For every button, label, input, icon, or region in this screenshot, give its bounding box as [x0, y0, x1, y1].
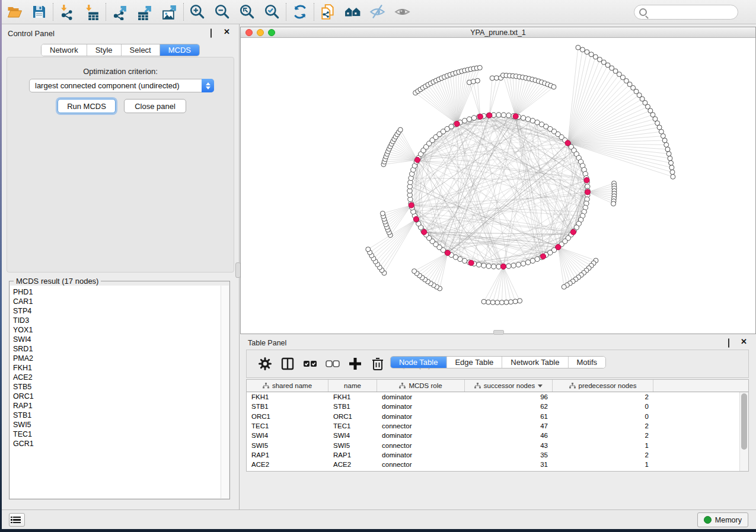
- list-item[interactable]: TEC1: [13, 430, 221, 439]
- zoom-selected-button[interactable]: [260, 1, 285, 23]
- export-table-button[interactable]: [132, 1, 157, 23]
- tab-edge-table[interactable]: Edge Table: [446, 357, 502, 368]
- cell-successor-nodes: 96: [465, 393, 553, 400]
- table-scrollbar[interactable]: [739, 392, 748, 471]
- table-row[interactable]: SWI4SWI4dominator462: [247, 431, 748, 440]
- run-mcds-button[interactable]: Run MCDS: [58, 99, 116, 113]
- zoom-fit-button[interactable]: [235, 1, 260, 23]
- table-row[interactable]: YOX1YOX1connector291: [247, 469, 748, 471]
- export-image-button[interactable]: [157, 1, 182, 23]
- list-item[interactable]: FKH1: [13, 363, 221, 373]
- show-all-button[interactable]: [390, 1, 415, 23]
- network-window-titlebar[interactable]: YPA_prune.txt_1: [241, 27, 755, 38]
- table-row[interactable]: SWI5SWI5connector431: [247, 440, 748, 450]
- horizontal-splitter-handle[interactable]: [493, 330, 504, 335]
- column-header-mcds-role[interactable]: MCDS role: [377, 380, 465, 392]
- cell-name: ACE2: [328, 461, 377, 468]
- list-item[interactable]: STP4: [13, 306, 221, 316]
- close-table-panel-icon[interactable]: ✕: [741, 339, 748, 346]
- close-panel-button[interactable]: Close panel: [124, 99, 186, 113]
- cell-mcds-role: dominator: [377, 393, 465, 400]
- list-item[interactable]: SRD1: [13, 344, 221, 354]
- network-canvas[interactable]: [241, 38, 755, 334]
- list-item[interactable]: PHD1: [13, 287, 221, 297]
- plus-icon: [348, 357, 362, 371]
- import-network-button[interactable]: [55, 1, 79, 23]
- cell-successor-nodes: 62: [465, 403, 553, 410]
- tab-mcds[interactable]: MCDS: [160, 44, 199, 56]
- column-label: shared name: [272, 382, 312, 389]
- list-item[interactable]: ACE2: [13, 373, 221, 382]
- table-row[interactable]: ORC1ORC1dominator610: [247, 412, 748, 421]
- zoom-out-button[interactable]: [210, 1, 235, 23]
- close-window-button[interactable]: [245, 29, 253, 36]
- list-scrollbar[interactable]: [221, 286, 229, 498]
- column-header-predecessor-nodes[interactable]: predecessor nodes: [553, 380, 653, 392]
- column-header-name[interactable]: name: [328, 380, 377, 392]
- maximize-window-button[interactable]: [268, 29, 275, 36]
- list-item[interactable]: RAP1: [13, 401, 221, 411]
- open-file-button[interactable]: [2, 1, 27, 23]
- export-network-button[interactable]: [107, 1, 132, 23]
- float-panel-button[interactable]: [210, 29, 218, 36]
- cell-name: ORC1: [328, 413, 377, 420]
- hide-selected-button[interactable]: [365, 1, 390, 23]
- table-row[interactable]: STB1STB1dominator620: [247, 402, 748, 411]
- criterion-dropdown[interactable]: largest connected component (undirected): [29, 79, 214, 92]
- cell-mcds-role: dominator: [377, 413, 465, 420]
- main-toolbar: [2, 0, 756, 24]
- settings-gear-button[interactable]: [254, 352, 276, 375]
- list-item[interactable]: SWI4: [13, 335, 221, 344]
- split-columns-button[interactable]: [276, 352, 299, 375]
- refresh-layout-button[interactable]: [288, 1, 312, 23]
- save-session-button[interactable]: [27, 1, 52, 23]
- list-item[interactable]: STB1: [13, 411, 221, 420]
- table-row[interactable]: FKH1FKH1dominator962: [247, 392, 748, 402]
- toolbar-separator: [286, 3, 286, 21]
- tab-style[interactable]: Style: [87, 44, 122, 56]
- memory-label: Memory: [715, 516, 742, 524]
- tab-network-table[interactable]: Network Table: [502, 357, 568, 368]
- first-neighbors-button[interactable]: [340, 1, 365, 23]
- tab-motifs[interactable]: Motifs: [568, 357, 605, 368]
- task-history-button[interactable]: [9, 513, 25, 527]
- table-scrollbar-thumb[interactable]: [741, 393, 747, 450]
- list-item[interactable]: PMA2: [13, 354, 221, 363]
- tab-select[interactable]: Select: [122, 44, 160, 56]
- cell-shared-name: SWI5: [247, 442, 328, 449]
- deselect-all-button[interactable]: [321, 352, 344, 375]
- tab-node-table[interactable]: Node Table: [391, 357, 447, 368]
- column-label: MCDS role: [409, 382, 442, 389]
- list-item[interactable]: SWI5: [13, 420, 221, 430]
- control-panel-header: Control Panel ✕: [2, 24, 239, 40]
- tab-network[interactable]: Network: [42, 44, 87, 56]
- copy-network-button[interactable]: [315, 1, 340, 23]
- cell-name: SWI5: [328, 442, 377, 449]
- list-item[interactable]: ORC1: [13, 392, 221, 401]
- list-item[interactable]: STB5: [13, 382, 221, 392]
- cell-predecessor-nodes: 1: [553, 442, 653, 449]
- select-all-button[interactable]: [299, 352, 321, 375]
- float-table-panel-button[interactable]: [728, 339, 735, 346]
- zoom-in-button[interactable]: [185, 1, 210, 23]
- column-label: name: [344, 382, 361, 389]
- minimize-window-button[interactable]: [257, 29, 264, 36]
- list-item[interactable]: GCR1: [13, 439, 221, 448]
- delete-column-button[interactable]: [366, 352, 389, 375]
- cell-shared-name: FKH1: [247, 393, 328, 400]
- import-table-button[interactable]: [79, 1, 104, 23]
- list-item[interactable]: TID3: [13, 316, 221, 325]
- table-row[interactable]: ACE2ACE2connector311: [247, 460, 748, 469]
- table-row[interactable]: RAP1RAP1dominator352: [247, 450, 748, 460]
- column-header-successor-nodes[interactable]: successor nodes: [465, 380, 553, 392]
- add-column-button[interactable]: [344, 352, 366, 375]
- table-row[interactable]: TEC1TEC1connector472: [247, 421, 748, 431]
- column-header-shared-name[interactable]: shared name: [247, 380, 328, 392]
- close-panel-icon[interactable]: ✕: [224, 29, 231, 36]
- search-input[interactable]: [650, 8, 742, 17]
- memory-button[interactable]: Memory: [697, 512, 748, 527]
- list-item[interactable]: YOX1: [13, 325, 221, 335]
- cell-successor-nodes: 31: [465, 461, 553, 468]
- list-item[interactable]: CAR1: [13, 297, 221, 306]
- toolbar-separator: [106, 3, 106, 21]
